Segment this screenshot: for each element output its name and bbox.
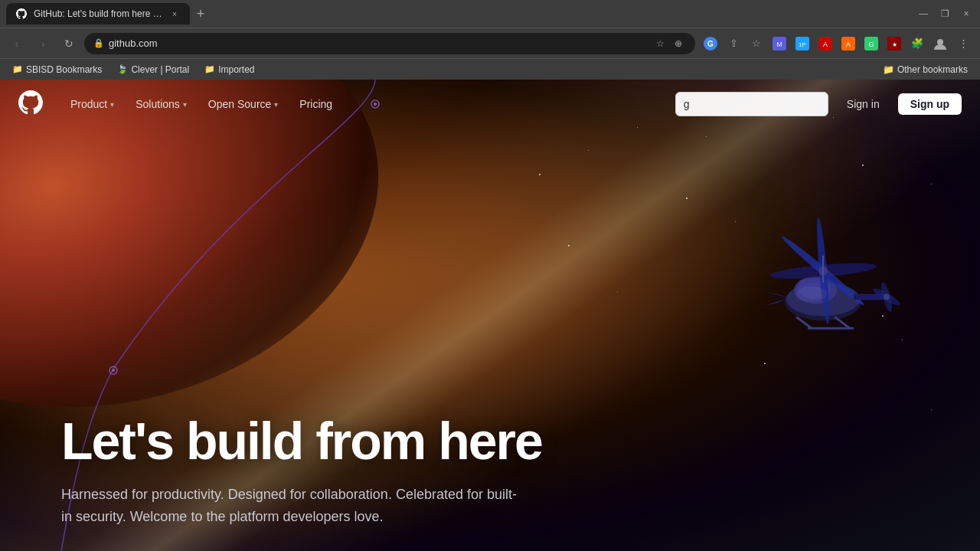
svg-text:1P: 1P (799, 41, 806, 48)
ext-icon-3[interactable]: A (815, 33, 836, 54)
tab-favicon (15, 8, 28, 20)
bookmarks-bar: 📁 SBISD Bookmarks 🍃 Clever | Portal 📁 Im… (0, 58, 980, 80)
svg-text:G: G (868, 41, 874, 48)
bookmark-sbisd-label: SBISD Bookmarks (26, 64, 102, 75)
drone-illustration (727, 202, 919, 355)
svg-text:A: A (846, 41, 851, 48)
bookmark-clever-label: Clever | Portal (131, 64, 189, 75)
svg-text:A: A (823, 41, 828, 48)
nav-pricing-label: Pricing (299, 98, 332, 110)
favorites-icon[interactable]: ☆ (746, 33, 767, 54)
minimize-button[interactable]: — (916, 8, 931, 19)
ext-icon-4[interactable]: A (838, 33, 859, 54)
gh-nav-links: Product ▾ Solutions ▾ Open Source ▾ Pric… (61, 93, 341, 115)
bookmark-sbisd[interactable]: 📁 SBISD Bookmarks (6, 63, 108, 77)
nav-bar: ‹ › ↻ 🔒 github.com ☆ ⊕ G ⇧ ☆ (0, 28, 980, 58)
gh-nav-right: Sign in Sign up (675, 92, 962, 116)
reload-button[interactable]: ↻ (58, 33, 80, 54)
ext-icon-5[interactable]: G (861, 33, 882, 54)
ext-icon-2[interactable]: 1P (792, 33, 813, 54)
share-icon[interactable]: ⇧ (723, 33, 744, 54)
bookmark-star-icon[interactable]: ☆ (652, 38, 668, 49)
ext-icon-6[interactable]: ★ (884, 33, 905, 54)
svg-text:G: G (707, 40, 714, 48)
extensions-puzzle-icon[interactable]: 🧩 (906, 33, 928, 54)
svg-text:★: ★ (892, 41, 897, 48)
svg-point-31 (884, 294, 890, 300)
tab-bar: GitHub: Let's build from here · G × + (6, 0, 913, 28)
bookmark-clever[interactable]: 🍃 Clever | Portal (111, 63, 195, 77)
browser-toolbar: G ⇧ ☆ M 1P A (700, 33, 974, 54)
window-controls: — ❐ × (916, 8, 974, 19)
maximize-button[interactable]: ❐ (937, 8, 952, 19)
search-box[interactable] (675, 92, 828, 116)
bookmark-imported[interactable]: 📁 Imported (198, 63, 260, 77)
address-text: github.com (109, 37, 648, 49)
hero-content: Let's build from here Harnessed for prod… (61, 414, 542, 528)
signup-button[interactable]: Sign up (898, 93, 962, 115)
forward-button[interactable]: › (32, 33, 54, 54)
folder-icon-imported: 📁 (204, 64, 215, 74)
svg-point-35 (796, 286, 827, 302)
other-bookmarks-label: Other bookmarks (897, 64, 968, 75)
tab-close-button[interactable]: × (168, 8, 181, 20)
svg-line-33 (835, 317, 850, 328)
hero-subtitle: Harnessed for productivity. Designed for… (61, 484, 521, 528)
drone-svg (727, 202, 919, 355)
clever-icon: 🍃 (117, 64, 128, 74)
tab-title: GitHub: Let's build from here · G (34, 8, 162, 19)
nav-item-solutions[interactable]: Solutions ▾ (126, 93, 196, 115)
folder-icon-other: 📁 (883, 64, 894, 75)
nav-solutions-label: Solutions (136, 98, 180, 110)
google-account-icon[interactable]: G (700, 33, 721, 54)
more-options-icon[interactable]: ⋮ (952, 33, 974, 54)
svg-point-14 (937, 39, 943, 45)
svg-text:M: M (776, 41, 782, 48)
nav-item-pricing[interactable]: Pricing (290, 93, 341, 115)
lock-icon: 🔒 (93, 38, 104, 48)
nav-item-product[interactable]: Product ▾ (61, 93, 123, 115)
github-page: Product ▾ Solutions ▾ Open Source ▾ Pric… (0, 80, 980, 551)
nav-opensource-label: Open Source (208, 98, 272, 110)
chevron-down-icon-opensource: ▾ (274, 100, 278, 109)
extensions-icon[interactable]: ⊕ (671, 38, 686, 49)
address-bar[interactable]: 🔒 github.com ☆ ⊕ (84, 33, 695, 54)
close-window-button[interactable]: × (959, 8, 974, 19)
title-bar: GitHub: Let's build from here · G × + — … (0, 0, 980, 28)
profile-icon[interactable] (929, 33, 951, 54)
github-logo[interactable] (18, 90, 43, 118)
search-input[interactable] (684, 98, 820, 110)
other-bookmarks[interactable]: 📁 Other bookmarks (877, 63, 974, 77)
chevron-down-icon-product: ▾ (110, 100, 114, 109)
browser-chrome: GitHub: Let's build from here · G × + — … (0, 0, 980, 80)
signin-link[interactable]: Sign in (838, 93, 889, 115)
chevron-down-icon-solutions: ▾ (183, 100, 187, 109)
back-button[interactable]: ‹ (6, 33, 28, 54)
ext-icon-1[interactable]: M (769, 33, 790, 54)
github-navbar: Product ▾ Solutions ▾ Open Source ▾ Pric… (0, 80, 980, 129)
bookmark-imported-label: Imported (218, 64, 254, 75)
nav-item-opensource[interactable]: Open Source ▾ (199, 93, 288, 115)
active-tab[interactable]: GitHub: Let's build from here · G × (6, 3, 190, 24)
address-icons: ☆ ⊕ (652, 38, 686, 49)
hero-title: Let's build from here (61, 414, 542, 468)
new-tab-button[interactable]: + (190, 3, 211, 24)
folder-icon-sbisd: 📁 (12, 64, 23, 74)
nav-product-label: Product (70, 98, 107, 110)
